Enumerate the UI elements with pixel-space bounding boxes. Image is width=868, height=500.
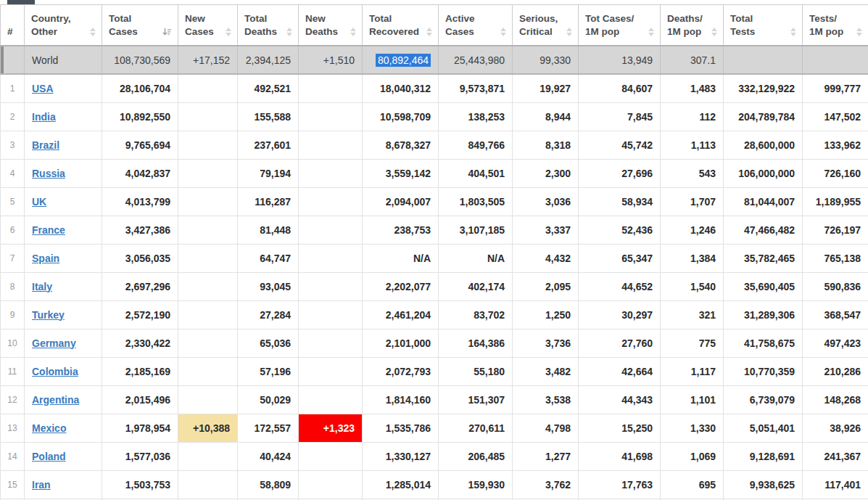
header-label-line2: 1M pop — [585, 25, 619, 38]
country-link[interactable]: Turkey — [32, 309, 65, 321]
deaths-1m-pop-cell: 1,069 — [661, 442, 724, 470]
country-link[interactable]: Italy — [32, 281, 52, 292]
header-label-line2: Deaths — [244, 25, 277, 38]
country-cell: India — [25, 102, 102, 131]
header-label-line2: Cases — [185, 25, 214, 38]
deaths-1m-pop-cell: 1,483 — [661, 74, 724, 102]
new-deaths-cell — [299, 272, 363, 300]
country-cell: USA — [25, 74, 102, 102]
country-link[interactable]: Brazil — [32, 139, 59, 151]
rank-cell: 8 — [1, 272, 25, 300]
column-header-new-deaths[interactable]: NewDeaths — [299, 5, 363, 46]
country-link[interactable]: Iran — [32, 479, 51, 491]
total-recovered-cell: 10,598,709 — [363, 102, 439, 131]
tests-1m-pop-cell: 999,777 — [803, 74, 868, 102]
total-recovered-cell: 80,892,464 — [363, 46, 439, 74]
total-cases-cell: 108,730,569 — [102, 46, 178, 74]
country-cell: Brazil — [25, 131, 102, 159]
total-deaths-cell: 93,045 — [238, 272, 299, 300]
column-header-new-cases[interactable]: NewCases — [178, 5, 238, 46]
country-link[interactable]: India — [32, 111, 56, 123]
header-label-line1 — [7, 12, 18, 25]
total-tests-cell: 10,770,359 — [724, 357, 803, 385]
serious-critical-cell: 1,277 — [513, 442, 579, 470]
new-cases-cell — [178, 74, 238, 102]
tests-1m-pop-cell: 38,926 — [803, 414, 868, 442]
country-row: 12Argentina2,015,49650,0291,814,160151,3… — [1, 385, 868, 414]
rank-cell: 4 — [1, 159, 25, 187]
total-recovered-cell: 1,535,786 — [363, 414, 439, 442]
country-row: 14Poland1,577,03640,4241,330,127206,4851… — [1, 442, 868, 470]
new-cases-cell — [178, 187, 238, 216]
column-header-deaths-1m-pop[interactable]: Deaths/1M pop — [661, 5, 724, 46]
tests-1m-pop-cell: 497,423 — [803, 329, 868, 357]
header-label-line2: Cases — [109, 25, 138, 38]
serious-critical-cell: 1,250 — [513, 300, 579, 329]
new-deaths-cell — [299, 216, 363, 244]
deaths-1m-pop-cell: 1,384 — [661, 244, 724, 272]
serious-critical-cell: 3,538 — [513, 385, 579, 414]
deaths-1m-pop-cell: 1,101 — [661, 385, 724, 414]
active-cases-cell: 83,702 — [439, 300, 513, 329]
column-header-active-cases[interactable]: ActiveCases — [439, 5, 513, 46]
country-row: 10Germany2,330,42265,0362,101,000164,386… — [1, 329, 868, 357]
total-recovered-cell: 2,461,204 — [363, 300, 439, 329]
tests-1m-pop-cell: 241,367 — [803, 442, 868, 470]
active-cases-cell: 9,573,871 — [439, 74, 513, 102]
country-link[interactable]: Spain — [32, 253, 59, 264]
column-header-total-recovered[interactable]: TotalRecovered — [363, 5, 439, 46]
selected-text: 80,892,464 — [376, 54, 431, 67]
active-cases-cell: 25,443,980 — [439, 46, 513, 74]
active-cases-cell: 138,253 — [439, 102, 513, 131]
total-tests-cell: 204,789,784 — [724, 102, 803, 131]
tests-1m-pop-cell: 210,286 — [803, 357, 868, 385]
header-label-line1: Total — [730, 12, 796, 25]
country-link[interactable]: Mexico — [32, 422, 66, 434]
rank-cell: 7 — [1, 244, 25, 272]
column-header-country[interactable]: Country,Other — [25, 5, 102, 46]
active-cases-cell: 270,611 — [439, 414, 513, 442]
serious-critical-cell: 19,927 — [513, 74, 579, 102]
column-header-total-cases[interactable]: TotalCases — [102, 5, 178, 46]
rank-cell: 3 — [1, 131, 25, 159]
tests-1m-pop-cell: 1,189,955 — [803, 187, 868, 216]
country-link[interactable]: Russia — [32, 168, 65, 179]
country-cell: World — [25, 46, 102, 74]
tot-cases-1m-pop-cell: 65,347 — [579, 244, 661, 272]
tot-cases-1m-pop-cell: 30,297 — [579, 300, 661, 329]
country-link[interactable]: Colombia — [32, 366, 78, 377]
column-header-total-tests[interactable]: TotalTests — [724, 5, 803, 46]
total-tests-cell: 35,690,405 — [724, 272, 803, 300]
column-header-rank[interactable]: # — [1, 5, 25, 46]
total-recovered-cell: 2,094,007 — [363, 187, 439, 216]
header-label-line1: Total — [109, 12, 172, 25]
total-cases-cell: 4,013,799 — [102, 187, 178, 216]
total-deaths-cell: 2,394,125 — [238, 46, 299, 74]
total-cases-cell: 2,697,296 — [102, 272, 178, 300]
column-header-serious-critical[interactable]: Serious,Critical — [513, 5, 579, 46]
column-header-tot-cases-1m-pop[interactable]: Tot Cases/1M pop — [579, 5, 661, 46]
new-cases-cell — [178, 102, 238, 131]
serious-critical-cell: 4,798 — [513, 414, 579, 442]
new-cases-cell — [178, 357, 238, 385]
new-deaths-cell — [299, 244, 363, 272]
country-link[interactable]: Poland — [32, 451, 66, 462]
new-cases-cell — [178, 272, 238, 300]
rank-cell: 12 — [1, 385, 25, 414]
country-link[interactable]: USA — [32, 83, 54, 94]
country-link[interactable]: UK — [32, 196, 46, 208]
country-link[interactable]: Germany — [32, 337, 76, 349]
country-row: 9Turkey2,572,19027,2842,461,20483,7021,2… — [1, 300, 868, 329]
column-header-tests-1m-pop[interactable]: Tests/1M pop — [803, 5, 868, 46]
country-link[interactable]: France — [32, 224, 65, 236]
column-header-total-deaths[interactable]: TotalDeaths — [238, 5, 299, 46]
new-deaths-cell: +1,323 — [299, 414, 363, 442]
new-cases-cell — [178, 159, 238, 187]
active-cases-cell: 159,930 — [439, 470, 513, 499]
tot-cases-1m-pop-cell: 42,664 — [579, 357, 661, 385]
new-deaths-cell — [299, 300, 363, 329]
total-recovered-cell: 1,330,127 — [363, 442, 439, 470]
country-link[interactable]: Argentina — [32, 394, 79, 406]
rank-cell: 9 — [1, 300, 25, 329]
rank-cell: 2 — [1, 102, 25, 131]
